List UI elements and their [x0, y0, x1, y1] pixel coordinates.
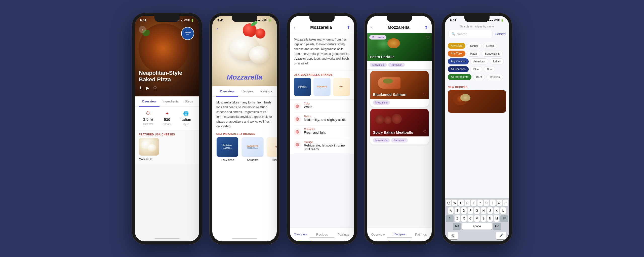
key-u[interactable]: U [484, 200, 489, 206]
p4-btab-recipes[interactable]: Recipes [389, 228, 410, 241]
key-t[interactable]: T [471, 200, 476, 206]
p4-btab-overview[interactable]: Overview [367, 228, 389, 241]
tab-steps[interactable]: Steps [182, 96, 196, 107]
keyboard: Q W E R T Y U I O P A S D F G H [445, 198, 509, 241]
p2-tab-recipes[interactable]: Recipes [238, 86, 257, 97]
key-y[interactable]: Y [477, 200, 483, 206]
share-button-3[interactable]: ⬆ [347, 25, 350, 30]
phone3-brands: BelGioioso MOZZARELLA SARGENTO Tilla... [290, 78, 354, 100]
key-b[interactable]: B [481, 215, 486, 222]
key-mic[interactable]: 🎤 [496, 232, 506, 239]
cheeses-filter-blue[interactable]: Blue [470, 66, 482, 72]
salmon-card-image: ♡ Blackened Salmon [370, 71, 429, 99]
recipe-thumb-1[interactable] [448, 90, 506, 113]
tab-ingredients[interactable]: Ingredients [159, 96, 182, 107]
p3-brand-belg[interactable]: BelGioioso MOZZARELLA [294, 78, 311, 96]
tomato-2 [255, 28, 265, 39]
ingredients-filter-beef[interactable]: Beef [473, 74, 485, 80]
herb-visual [383, 79, 393, 84]
type-filter-active[interactable]: Any Type [448, 51, 465, 57]
key-j[interactable]: J [487, 207, 493, 214]
recipe-card-meatballs[interactable]: ♡ Spicy Italian Meatballs Mozzarella Par… [370, 109, 429, 144]
key-h[interactable]: H [481, 207, 486, 214]
key-w[interactable]: W [452, 200, 457, 206]
back-button-1[interactable]: ‹ [139, 26, 146, 33]
key-k[interactable]: K [494, 207, 499, 214]
key-backspace[interactable]: ⌫ [500, 215, 508, 222]
salmon-tags: Mozzarella [370, 99, 429, 107]
key-z[interactable]: Z [455, 215, 460, 222]
back-button-2[interactable]: ‹ [216, 26, 218, 32]
brand-card-sargento[interactable]: SARGENTO MOZZARELLA Sargento [242, 137, 264, 161]
cuisine-filter-italian[interactable]: Italian [490, 58, 504, 64]
key-v[interactable]: V [474, 215, 480, 222]
heart-icon-salmon[interactable]: ♡ [423, 92, 427, 97]
style: 🌐 Italian style [176, 111, 195, 126]
notch-1 [154, 16, 180, 22]
meal-filter-active[interactable]: Any Meal [448, 43, 465, 49]
back-button-4[interactable]: ‹ [371, 25, 373, 30]
key-a[interactable]: A [448, 207, 454, 214]
key-s[interactable]: S [455, 207, 460, 214]
favorite-icon[interactable]: ♡ [153, 86, 157, 90]
p3-brand-tilla[interactable]: Tilla... [333, 78, 350, 96]
featured-cheese-card[interactable]: Mozzarella [139, 138, 159, 161]
meal-filter-lunch[interactable]: Lunch [483, 43, 497, 49]
p4-btab-pairings[interactable]: Pairings [410, 228, 432, 241]
heart-icon-meatballs[interactable]: ♡ [423, 130, 427, 134]
key-q[interactable]: Q [446, 200, 451, 206]
cuisine-filter-active[interactable]: Any Cuisine [448, 58, 469, 64]
play-icon[interactable]: ▶ [146, 86, 149, 90]
p2-tab-pairings[interactable]: Pairings [257, 86, 276, 97]
key-c[interactable]: C [468, 215, 473, 222]
key-emoji[interactable]: ☺ [448, 232, 458, 239]
clock-icon: ⏱ [139, 111, 158, 116]
key-f[interactable]: F [468, 207, 473, 214]
key-shift[interactable]: ⇧ [446, 215, 454, 222]
key-d[interactable]: D [461, 207, 467, 214]
key-l[interactable]: L [500, 207, 506, 214]
type-filter-sandwich[interactable]: Sandwich & [482, 51, 503, 57]
key-m[interactable]: M [494, 215, 499, 222]
cheeses-filter-brie[interactable]: Brie [484, 66, 495, 72]
key-o[interactable]: O [497, 200, 502, 206]
cuisine-filter-american[interactable]: American [470, 58, 488, 64]
key-n[interactable]: N [487, 215, 493, 222]
key-go[interactable]: Go [493, 223, 501, 230]
type-filter-pizza[interactable]: Pizza [467, 51, 480, 57]
key-p[interactable]: P [503, 200, 508, 206]
recipe-card-salmon[interactable]: ♡ Blackened Salmon Mozzarella [370, 71, 429, 107]
meatball-2 [384, 116, 392, 124]
brand-card-belg[interactable]: BelGioioso FRESH MOZZARELLA BelGioioso [216, 137, 238, 161]
meal-filter-dinner[interactable]: Dinner [467, 43, 481, 49]
cancel-button[interactable]: Cancel [495, 32, 506, 36]
meal-filter-row: Any Meal Dinner Lunch [448, 43, 506, 49]
key-123[interactable]: 123 [453, 223, 461, 230]
p3-brand-sargento[interactable]: SARGENTO [313, 78, 331, 96]
key-r[interactable]: R [465, 200, 470, 206]
p3-btab-overview[interactable]: Overview [290, 228, 311, 241]
key-space[interactable]: space [462, 223, 492, 230]
character-label: Character [304, 128, 326, 131]
key-x[interactable]: X [461, 215, 467, 222]
p3-btab-pairings[interactable]: Pairings [333, 228, 354, 241]
recipe-card-pesto[interactable]: ♡ Mozzarella Pesto Farfalle Mozzarella P… [367, 33, 432, 69]
p3-btab-recipes[interactable]: Recipes [311, 228, 333, 241]
tab-overview[interactable]: Overview [139, 96, 159, 107]
key-g[interactable]: G [474, 207, 480, 214]
share-button-4[interactable]: ⬆ [424, 25, 428, 30]
back-button-3[interactable]: ‹ [294, 25, 295, 30]
ingredients-filter-active[interactable]: All Ingredients [448, 74, 471, 80]
attr-color: Color White [294, 100, 350, 113]
search-input-wrap[interactable]: 🔍 Search [448, 30, 493, 38]
brand-card-tilla[interactable]: Tilla... Tillamoo... [267, 137, 277, 161]
cheeses-filter-active[interactable]: All Cheeses [448, 66, 469, 72]
home-indicator-2 [232, 238, 257, 239]
key-i[interactable]: I [490, 200, 495, 206]
heart-icon-pesto[interactable]: ♡ [426, 35, 430, 40]
p2-tab-overview[interactable]: Overview [216, 86, 238, 97]
cheese-image [139, 138, 159, 156]
ingredients-filter-chicken[interactable]: Chicken [487, 74, 503, 80]
share-icon[interactable]: ⬆ [139, 86, 142, 90]
key-e[interactable]: E [458, 200, 464, 206]
